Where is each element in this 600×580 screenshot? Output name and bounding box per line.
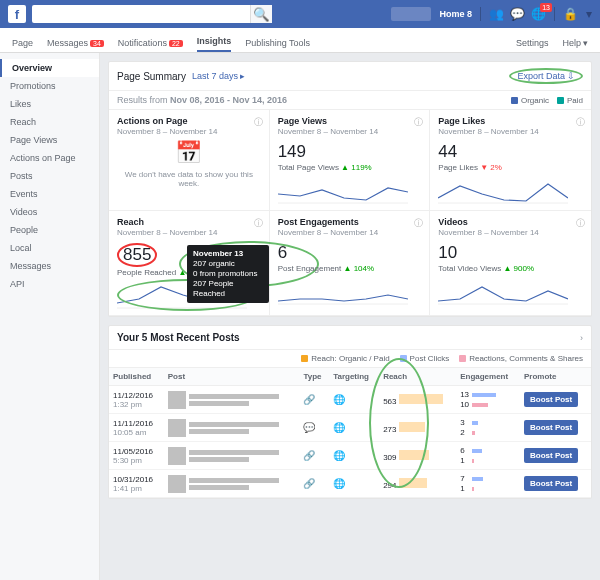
cell-type: 🔗 xyxy=(299,470,329,498)
notifications-icon[interactable]: 🌐13 xyxy=(531,7,546,21)
results-range: Results from Nov 08, 2016 - Nov 14, 2016 xyxy=(117,95,287,105)
comment-icon: 💬 xyxy=(303,422,315,433)
cell-promote: Boost Post xyxy=(520,470,591,498)
info-icon[interactable]: ⓘ xyxy=(254,217,263,230)
friend-requests-icon[interactable]: 👥 xyxy=(489,7,504,21)
card-subtitle: November 8 – November 14 xyxy=(438,127,583,136)
sidebar-item-actions-on-page[interactable]: Actions on Page xyxy=(0,149,99,167)
chevron-right-icon[interactable]: › xyxy=(580,333,583,343)
sidebar-item-page-views[interactable]: Page Views xyxy=(0,131,99,149)
info-icon[interactable]: ⓘ xyxy=(254,116,263,129)
sidebar-item-videos[interactable]: Videos xyxy=(0,203,99,221)
facebook-logo-icon[interactable]: f xyxy=(8,5,26,23)
sidebar-item-events[interactable]: Events xyxy=(0,185,99,203)
boost-post-button[interactable]: Boost Post xyxy=(524,448,578,463)
card-page-likes[interactable]: Page Likes November 8 – November 14 ⓘ44 … xyxy=(430,110,591,211)
tab-help[interactable]: Help ▾ xyxy=(562,38,588,52)
sidebar-item-overview[interactable]: Overview xyxy=(0,59,99,77)
card-metric: Page Likes ▼ 2% xyxy=(438,163,583,172)
col-type[interactable]: Type xyxy=(299,368,329,386)
boost-post-button[interactable]: Boost Post xyxy=(524,476,578,491)
card-title: Reach xyxy=(117,217,261,227)
col-targeting[interactable]: Targeting xyxy=(329,368,379,386)
tab-insights[interactable]: Insights xyxy=(197,36,232,52)
tab-settings[interactable]: Settings xyxy=(516,38,549,52)
cell-engagement: 13 10 xyxy=(456,386,520,414)
tab-notifications[interactable]: Notifications22 xyxy=(118,38,183,52)
sidebar-item-people[interactable]: People xyxy=(0,221,99,239)
cell-post[interactable] xyxy=(164,386,300,414)
tab-messages[interactable]: Messages34 xyxy=(47,38,104,52)
tab-page[interactable]: Page xyxy=(12,38,33,52)
cell-published: 10/31/20161:41 pm xyxy=(109,470,164,498)
sidebar-item-promotions[interactable]: Promotions xyxy=(0,77,99,95)
link-icon: 🔗 xyxy=(303,394,315,405)
caret-down-icon[interactable]: ▾ xyxy=(586,7,592,21)
export-icon: ⇩ xyxy=(567,71,575,81)
search-icon: 🔍 xyxy=(253,7,270,22)
card-value: 6 xyxy=(278,243,422,263)
cell-published: 11/12/20161:32 pm xyxy=(109,386,164,414)
sparkline xyxy=(438,277,583,305)
card-title: Post Engagements xyxy=(278,217,422,227)
col-promote[interactable]: Promote xyxy=(520,368,591,386)
sidebar-item-api[interactable]: API xyxy=(0,275,99,293)
card-reach[interactable]: Reach November 8 – November 14 ⓘ855 Peop… xyxy=(109,211,270,316)
search-button[interactable]: 🔍 xyxy=(250,5,272,23)
sidebar-item-posts[interactable]: Posts xyxy=(0,167,99,185)
cell-post[interactable] xyxy=(164,470,300,498)
info-icon[interactable]: ⓘ xyxy=(414,217,423,230)
cell-reach: 563 xyxy=(379,386,456,414)
cell-reach: 294 xyxy=(379,470,456,498)
tab-publishing[interactable]: Publishing Tools xyxy=(245,38,310,52)
link-icon: 🔗 xyxy=(303,478,315,489)
home-link[interactable]: Home 8 xyxy=(439,9,472,19)
posts-legend: Reach: Organic / Paid Post Clicks Reacti… xyxy=(109,350,591,368)
sidebar-item-likes[interactable]: Likes xyxy=(0,95,99,113)
card-value: 10 xyxy=(438,243,583,263)
card-title: Page Likes xyxy=(438,116,583,126)
card-page-views[interactable]: Page Views November 8 – November 14 ⓘ149… xyxy=(270,110,431,211)
card-value: 149 xyxy=(278,142,422,162)
card-subtitle: November 8 – November 14 xyxy=(278,127,422,136)
card-actions-on-page[interactable]: Actions on Page November 8 – November 14… xyxy=(109,110,270,211)
boost-post-button[interactable]: Boost Post xyxy=(524,392,578,407)
col-post[interactable]: Post xyxy=(164,368,300,386)
sidebar-item-messages[interactable]: Messages xyxy=(0,257,99,275)
table-row[interactable]: 11/11/201610:05 am 💬 🌐 273 3 2 Boost Pos… xyxy=(109,414,591,442)
col-published[interactable]: Published xyxy=(109,368,164,386)
info-icon[interactable]: ⓘ xyxy=(414,116,423,129)
period-selector[interactable]: Last 7 days ▸ xyxy=(192,71,246,81)
lock-icon[interactable]: 🔒 xyxy=(563,7,578,21)
col-engagement[interactable]: Engagement xyxy=(456,368,520,386)
table-row[interactable]: 10/31/20161:41 pm 🔗 🌐 294 7 1 Boost Post xyxy=(109,470,591,498)
cell-post[interactable] xyxy=(164,442,300,470)
search-input[interactable] xyxy=(32,9,250,19)
cell-reach: 273 xyxy=(379,414,456,442)
cell-post[interactable] xyxy=(164,414,300,442)
card-title: Actions on Page xyxy=(117,116,261,126)
main-content: Page Summary Last 7 days ▸ Export Data ⇩… xyxy=(100,53,600,580)
table-row[interactable]: 11/05/20165:30 pm 🔗 🌐 309 6 1 Boost Post xyxy=(109,442,591,470)
calendar-icon: 📅 xyxy=(117,140,261,166)
page-avatar[interactable] xyxy=(391,7,431,21)
table-row[interactable]: 11/12/20161:32 pm 🔗 🌐 563 13 10 Boost Po… xyxy=(109,386,591,414)
cell-targeting: 🌐 xyxy=(329,414,379,442)
cell-engagement: 3 2 xyxy=(456,414,520,442)
export-data-link[interactable]: Export Data ⇩ xyxy=(509,68,583,84)
card-post-engagements[interactable]: Post Engagements November 8 – November 1… xyxy=(270,211,431,316)
boost-post-button[interactable]: Boost Post xyxy=(524,420,578,435)
cell-type: 🔗 xyxy=(299,442,329,470)
card-videos[interactable]: Videos November 8 – November 14 ⓘ10 Tota… xyxy=(430,211,591,316)
cell-promote: Boost Post xyxy=(520,442,591,470)
cell-promote: Boost Post xyxy=(520,386,591,414)
col-reach[interactable]: Reach xyxy=(379,368,456,386)
insights-sidebar: OverviewPromotionsLikesReachPage ViewsAc… xyxy=(0,53,100,580)
page-summary-panel: Page Summary Last 7 days ▸ Export Data ⇩… xyxy=(108,61,592,317)
messages-icon[interactable]: 💬 xyxy=(510,7,525,21)
sidebar-item-local[interactable]: Local xyxy=(0,239,99,257)
info-icon[interactable]: ⓘ xyxy=(576,116,585,129)
globe-icon: 🌐 xyxy=(333,450,345,461)
sidebar-item-reach[interactable]: Reach xyxy=(0,113,99,131)
info-icon[interactable]: ⓘ xyxy=(576,217,585,230)
